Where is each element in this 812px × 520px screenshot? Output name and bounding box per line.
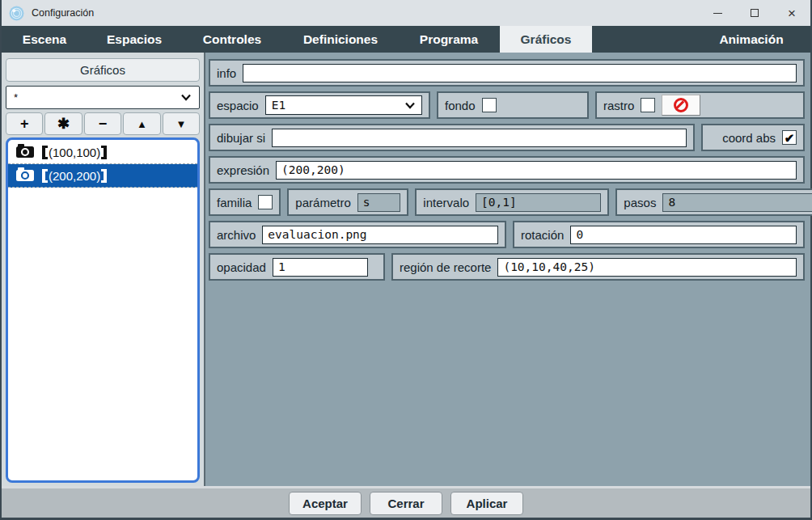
expresion-label: expresión [217, 163, 269, 177]
archivo-group: archivo [209, 221, 506, 248]
graficos-list: (100,100) (200,200) [6, 137, 200, 483]
rastro-group: rastro [595, 91, 805, 119]
item-label: (100,100) [42, 146, 107, 159]
chevron-down-icon [404, 99, 416, 112]
info-input[interactable] [243, 64, 797, 82]
tab-animacion[interactable]: Animación [692, 26, 810, 53]
familia-label: familia [217, 196, 252, 209]
region-recorte-input[interactable] [497, 258, 797, 277]
camera-icon [16, 144, 34, 160]
tab-escena[interactable]: Escena [2, 26, 87, 53]
opacidad-label: opacidad [217, 260, 266, 274]
add-button[interactable]: + [6, 112, 43, 135]
intervalo-label: intervalo [423, 196, 469, 209]
parametro-group: parámetro [287, 188, 408, 216]
dialog-footer: Aceptar Cerrar Aplicar [2, 486, 810, 518]
window-controls: × [699, 0, 810, 26]
cerrar-button[interactable]: Cerrar [370, 492, 442, 515]
coord-abs-checkbox[interactable]: ✔ [782, 130, 797, 145]
coord-abs-group: coord abs ✔ [701, 124, 805, 151]
bracket-close-icon [101, 169, 107, 183]
content-area: Gráficos * + ✱ − ▲ ▼ [2, 53, 810, 486]
titlebar: Configuración × [2, 0, 810, 26]
graficos-filter-value: * [14, 91, 18, 104]
graficos-toolbar: + ✱ − ▲ ▼ [6, 112, 200, 135]
remove-button[interactable]: − [84, 112, 121, 135]
move-up-button[interactable]: ▲ [123, 112, 160, 135]
opacidad-input[interactable] [273, 258, 368, 277]
minimize-button[interactable] [699, 0, 736, 26]
tab-programa[interactable]: Programa [398, 26, 500, 53]
aplicar-button[interactable]: Aplicar [450, 492, 523, 515]
tab-espacios[interactable]: Espacios [87, 26, 181, 53]
move-down-button[interactable]: ▼ [163, 112, 200, 135]
espacio-select[interactable]: E1 [265, 95, 422, 115]
info-label: info [217, 66, 236, 80]
window-title: Configuración [32, 7, 94, 19]
rotacion-group: rotación [513, 221, 805, 248]
familia-group: familia [209, 188, 281, 216]
check-icon: ✔ [785, 132, 795, 144]
aceptar-button[interactable]: Aceptar [289, 492, 362, 515]
close-icon: × [788, 6, 796, 20]
dibujar-si-input[interactable] [272, 129, 687, 147]
maximize-icon [751, 9, 759, 17]
opacidad-group: opacidad [209, 253, 385, 281]
chevron-down-icon [180, 91, 192, 104]
region-recorte-label: región de recorte [400, 260, 491, 274]
fondo-label: fondo [445, 99, 476, 112]
dibujar-si-group: dibujar si [209, 124, 695, 151]
intervalo-group: intervalo [415, 188, 609, 216]
info-group: info [209, 59, 805, 87]
tab-definiciones[interactable]: Definiciones [283, 26, 398, 53]
espacio-value: E1 [272, 99, 285, 112]
rotacion-label: rotación [521, 228, 564, 242]
fondo-group: fondo [437, 91, 589, 119]
expresion-input[interactable] [276, 161, 797, 180]
graficos-panel-header[interactable]: Gráficos [6, 58, 200, 82]
no-sign-icon [674, 98, 688, 112]
rastro-checkbox[interactable] [641, 98, 655, 112]
region-recorte-group: región de recorte [391, 253, 805, 281]
rastro-label: rastro [603, 99, 634, 112]
clear-trace-button[interactable] [662, 95, 700, 116]
bracket-open-icon [42, 169, 48, 183]
expresion-group: expresión [209, 156, 805, 184]
tab-controles[interactable]: Controles [181, 26, 283, 53]
close-button[interactable]: × [773, 0, 810, 26]
minimize-icon [713, 13, 722, 14]
app-logo-icon [9, 6, 24, 21]
fondo-checkbox[interactable] [482, 98, 497, 112]
rotacion-input[interactable] [570, 226, 797, 244]
configuration-window: Configuración × Escena Espacios Controle… [0, 0, 812, 520]
archivo-input[interactable] [262, 226, 498, 244]
list-item-200-200[interactable]: (200,200) [8, 164, 197, 188]
list-item-100-100[interactable]: (100,100) [8, 141, 197, 164]
maximize-button[interactable] [736, 0, 773, 26]
graficos-sidebar: Gráficos * + ✱ − ▲ ▼ [2, 53, 205, 486]
espacio-group: espacio E1 [209, 91, 430, 119]
duplicate-button[interactable]: ✱ [44, 112, 82, 135]
pasos-input [662, 193, 812, 212]
dibujar-si-label: dibujar si [217, 131, 265, 145]
bracket-close-icon [101, 146, 107, 159]
familia-checkbox[interactable] [258, 195, 273, 209]
grafico-properties-form: info espacio E1 fondo [205, 53, 810, 486]
intervalo-input [476, 193, 601, 212]
pasos-group: pasos [615, 188, 812, 216]
espacio-label: espacio [217, 99, 259, 112]
coord-abs-label: coord abs [722, 131, 776, 145]
archivo-label: archivo [217, 228, 256, 242]
parametro-input [357, 193, 401, 212]
item-label: (200,200) [42, 169, 107, 183]
bracket-open-icon [42, 146, 48, 159]
parametro-label: parámetro [295, 196, 350, 209]
tab-bar: Escena Espacios Controles Definiciones P… [2, 26, 810, 53]
tab-graficos[interactable]: Gráficos [500, 26, 592, 53]
camera-icon [16, 167, 34, 184]
graficos-filter-select[interactable]: * [6, 86, 200, 109]
pasos-label: pasos [624, 196, 656, 209]
